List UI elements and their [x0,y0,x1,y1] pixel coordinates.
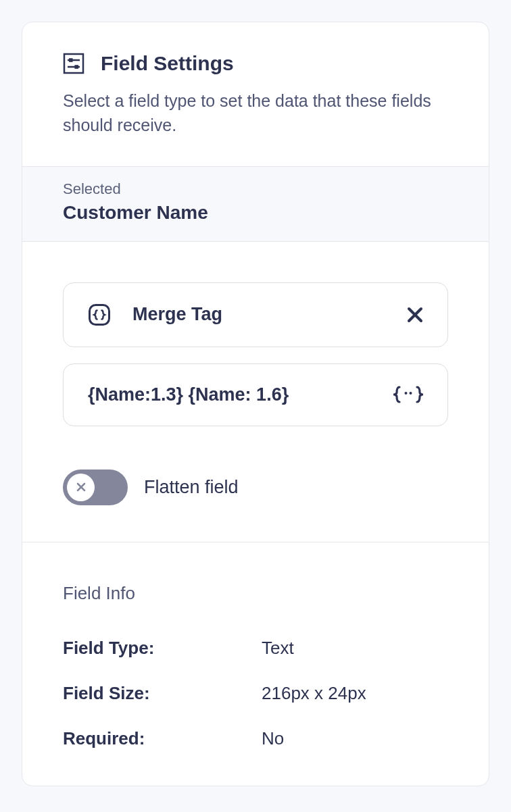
close-icon[interactable] [407,307,423,323]
panel-title: Field Settings [101,52,234,75]
flatten-field-label: Flatten field [144,477,239,498]
selected-value: Customer Name [63,202,448,224]
merge-tag-value: {Name:1.3} {Name: 1.6} [88,384,393,405]
svg-point-9 [410,392,412,395]
field-info-row: Required: No [63,728,448,749]
merge-tag-selector[interactable]: Merge Tag [63,282,448,347]
selected-label: Selected [63,180,448,198]
field-info-block: Field Info Field Type: Text Field Size: … [22,542,489,786]
field-info-title: Field Info [63,583,448,604]
panel-description: Select a field type to set the data that… [63,88,448,138]
title-row: Field Settings [63,52,448,75]
merge-tag-value-input[interactable]: {Name:1.3} {Name: 1.6} [63,363,448,426]
toggle-knob [67,474,95,501]
merge-tag-label: Merge Tag [132,304,407,325]
toggle-off-x-icon [76,482,86,492]
insert-merge-tag-icon[interactable] [393,385,423,404]
field-info-val: No [262,728,448,749]
svg-rect-4 [74,65,78,69]
field-info-val: Text [262,638,448,659]
field-info-key: Field Type: [63,638,262,659]
svg-point-8 [405,392,408,395]
field-info-val: 216px x 24px [262,683,448,704]
field-info-row: Field Size: 216px x 24px [63,683,448,704]
field-info-key: Field Size: [63,683,262,704]
field-info-key: Required: [63,728,262,749]
merge-tag-braces-icon [88,303,111,326]
svg-rect-0 [64,54,83,73]
field-info-row: Field Type: Text [63,638,448,659]
flatten-field-row: Flatten field [63,470,448,505]
selected-block: Selected Customer Name [22,167,489,242]
config-body: Merge Tag {Name:1.3} {Name: 1.6} [22,242,489,542]
panel-header: Field Settings Select a field type to se… [22,22,489,167]
flatten-field-toggle[interactable] [63,470,128,505]
field-settings-panel: Field Settings Select a field type to se… [22,22,489,786]
settings-slider-icon [63,53,84,74]
svg-rect-2 [69,58,73,62]
